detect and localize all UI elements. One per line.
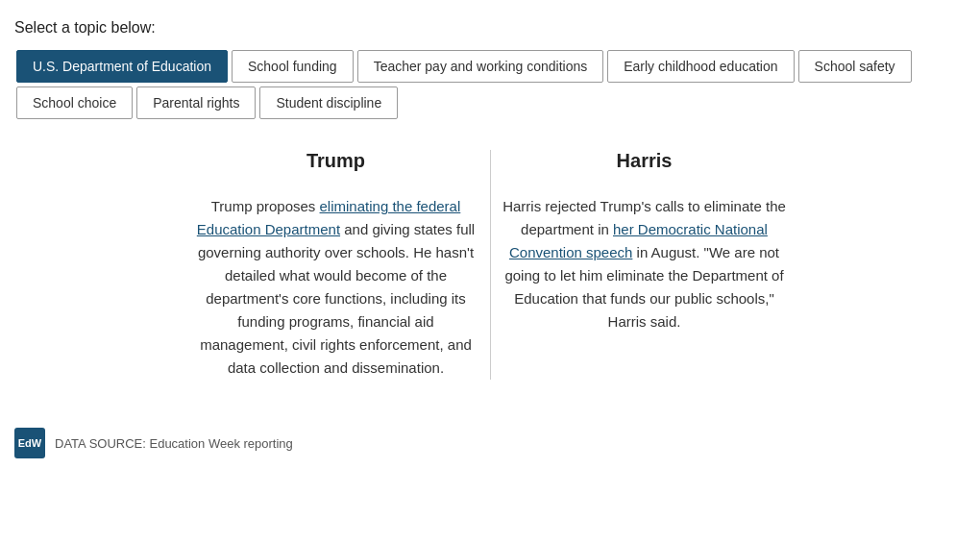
trump-name: Trump <box>192 150 480 172</box>
tab-teacher-pay[interactable]: Teacher pay and working conditions <box>357 50 604 83</box>
tab-parental-rights[interactable]: Parental rights <box>136 86 256 119</box>
footer: EdW DATA SOURCE: Education Week reportin… <box>14 418 966 458</box>
edw-logo: EdW <box>14 428 45 458</box>
harris-text: Harris rejected Trump's calls to elimina… <box>501 195 789 333</box>
harris-column: Harris Harris rejected Trump's calls to … <box>501 150 789 380</box>
tab-school-choice[interactable]: School choice <box>16 86 133 119</box>
tab-early-childhood[interactable]: Early childhood education <box>607 50 794 83</box>
footer-source: DATA SOURCE: Education Week reporting <box>55 436 293 451</box>
content-wrapper: Trump Trump proposes eliminating the fed… <box>14 150 966 380</box>
tab-school-funding[interactable]: School funding <box>232 50 354 83</box>
columns-wrapper: Trump Trump proposes eliminating the fed… <box>192 150 789 380</box>
trump-text-after-link: and giving states full governing authori… <box>198 221 475 376</box>
trump-text-before-link: Trump proposes <box>211 198 320 214</box>
tabs-container: U.S. Department of Education School fund… <box>14 48 966 121</box>
trump-column: Trump Trump proposes eliminating the fed… <box>192 150 480 380</box>
column-divider <box>490 150 491 380</box>
tab-us-dept-education[interactable]: U.S. Department of Education <box>16 50 228 83</box>
select-label: Select a topic below: <box>14 19 966 37</box>
trump-text: Trump proposes eliminating the federal E… <box>192 195 480 380</box>
harris-name: Harris <box>501 150 789 172</box>
tab-student-discipline[interactable]: Student discipline <box>259 86 398 119</box>
tab-school-safety[interactable]: School safety <box>798 50 912 83</box>
